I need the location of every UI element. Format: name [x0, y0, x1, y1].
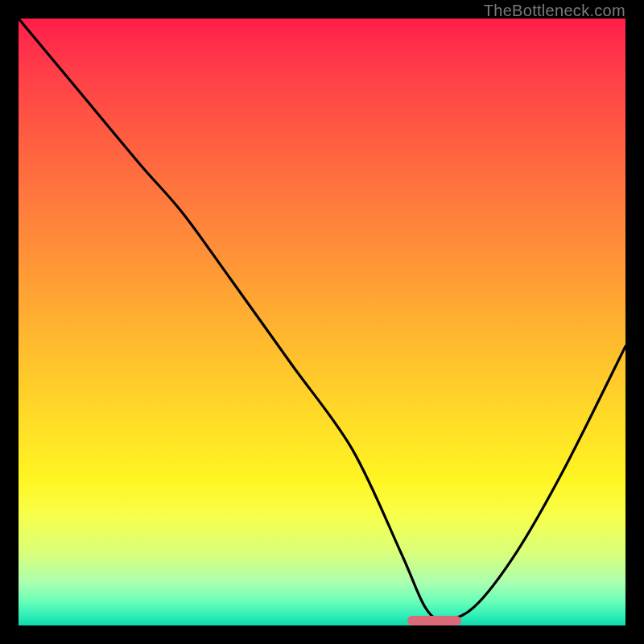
bottleneck-curve	[19, 19, 625, 625]
chart-container: TheBottleneck.com	[0, 0, 644, 644]
optimal-range-marker	[407, 616, 462, 625]
watermark-text: TheBottleneck.com	[484, 2, 625, 20]
plot-area	[19, 19, 625, 625]
